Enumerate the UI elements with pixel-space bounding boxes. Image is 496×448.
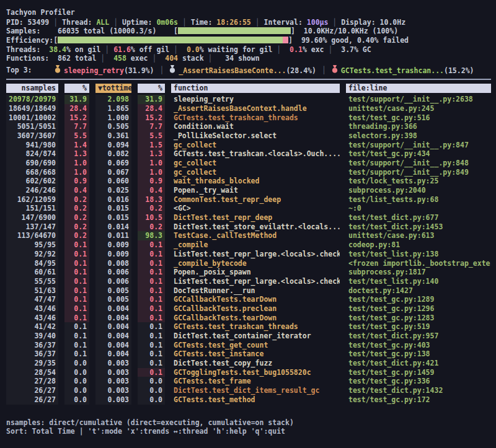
table-row[interactable]: 10001/1000215.21.00015.2GCTests.test_tra…: [6, 113, 491, 123]
cell-direct-pct: 0.2: [64, 213, 89, 222]
status-line: PID: 53499 │ Thread: ALL │ Uptime: 0m06s…: [6, 18, 491, 27]
cell-tottime: 0.004: [95, 332, 131, 341]
cell-cum-pct: 7.7: [138, 122, 165, 131]
cell-tottime: 0.006: [95, 268, 131, 277]
col-header-1-[interactable]: %: [64, 84, 89, 93]
cell-cum-pct: 0.1: [138, 250, 165, 259]
table-row[interactable]: 137/1470.20.0140.2DictTest.test_store_ev…: [6, 222, 491, 232]
table-row[interactable]: 3607/36075.50.3615.5_PollLikeSelector.se…: [6, 131, 491, 141]
table-row[interactable]: 43/460.10.0040.1GCCallbackTests.tearDown…: [6, 314, 491, 323]
table-row[interactable]: 151/1510.20.0150.2<GC>~:0: [6, 204, 491, 213]
text: [212, 54, 225, 63]
top3-item-2-name: _AssertRaisesBaseConte...: [179, 66, 286, 75]
cell-cum-pct: 10.5: [138, 213, 165, 222]
profiler-app: Tachyon Profiler PID: 53499 │ Thread: AL…: [0, 0, 496, 436]
table-row[interactable]: 39/400.10.0040.1DictTest.test_container_…: [6, 332, 491, 341]
cell-file-line: test/test_gc.py:138: [346, 349, 491, 359]
cell-file-line: test/test_gc.py:516: [346, 113, 491, 123]
cell-function: GCTests.test_trashcan.<locals>.Ouch....: [171, 149, 340, 159]
table-row[interactable]: 92/920.10.0090.1ListTest.test_repr_large…: [6, 250, 491, 259]
cell-file-line: test/lock_tests.py:25: [346, 177, 491, 186]
cell-file-line: test/support/__init__.py:849: [346, 168, 491, 177]
table-row[interactable]: 26/270.00.0030.0GCTests.test_methodtest/…: [6, 395, 491, 405]
table-row[interactable]: 47/470.10.0050.1GCCallbackTests.tearDown…: [6, 295, 491, 304]
table-row[interactable]: 824/8741.30.0821.3GCTests.test_trashcan.…: [6, 149, 491, 159]
samples-rate-bar: [178, 27, 291, 34]
table-row[interactable]: 36/370.10.0040.1GCTests.test_instancetes…: [6, 349, 491, 359]
table-row[interactable]: 941/9801.40.0941.5gc_collecttest/support…: [6, 141, 491, 150]
table-row[interactable]: 36/370.10.0040.1GCTests.test_get_countte…: [6, 341, 491, 350]
cell-direct-pct: 28.4: [64, 104, 89, 113]
col-header-2-tottime[interactable]: ▼tottime: [95, 84, 131, 93]
table-row[interactable]: 20978/2097931.92.09831.9sleeping_retryte…: [6, 95, 491, 104]
cell-tottime: 0.004: [95, 322, 131, 332]
cell-tottime: 0.505: [95, 122, 131, 131]
table-row[interactable]: 43/460.10.0040.1GCCallbackTests.preclean…: [6, 304, 491, 314]
col-header-5-fileline[interactable]: file:line: [346, 84, 491, 93]
table-row[interactable]: 668/6681.00.0671.0gc_collecttest/support…: [6, 168, 491, 177]
cell-function: ListTest.test_repr_large.<locals>.check: [171, 250, 340, 259]
table-row[interactable]: 55/550.10.0060.1ListTest.test_repr_large…: [6, 277, 491, 286]
table-row[interactable]: 246/2460.40.0250.4Popen._try_waitsubproc…: [6, 186, 491, 195]
cell-tottime: 0.015: [95, 213, 131, 222]
table-row[interactable]: 28/540.00.0030.1GCTogglingTests.test_bug…: [6, 368, 491, 377]
cell-function: GCTests.test_method: [171, 395, 340, 405]
bar-open-bracket: [: [156, 27, 178, 35]
table-row[interactable]: 690/6901.00.0691.0gc_collecttest/support…: [6, 159, 491, 168]
cell-cum-pct: 0.1: [138, 286, 165, 296]
table-row[interactable]: 60/610.10.0060.1Popen._posix_spawnsubpro…: [6, 268, 491, 277]
table-row[interactable]: 41/420.10.0040.1GCTests.test_trashcan_th…: [6, 322, 491, 332]
cell-function: gc_collect: [171, 141, 340, 150]
table-row[interactable]: 147/69000.20.01510.5DictTest.test_repr_d…: [6, 213, 491, 222]
table-row[interactable]: 602/6020.90.0600.9wait_threads_blockedte…: [6, 177, 491, 186]
table-row[interactable]: 27/280.00.0030.0GCTests.test_frametest/t…: [6, 377, 491, 386]
cell-direct-pct: 0.1: [64, 314, 89, 323]
table-row[interactable]: 162/120590.20.01618.3CommonTest.test_rep…: [6, 195, 491, 204]
functions-line: Functions: 862 total │ 458 exec │ 404 st…: [6, 54, 491, 63]
col-header-4-function[interactable]: function: [171, 84, 340, 93]
cell-file-line: doctest.py:1427: [346, 286, 491, 296]
cell-cum-pct: 0.0: [138, 386, 165, 395]
table-row[interactable]: 51/630.10.0050.1DocTestRunner.__rundocte…: [6, 286, 491, 296]
table-row[interactable]: 5051/50517.70.5057.7Condition.waitthread…: [6, 122, 491, 131]
cell-nsamples: 60/61: [6, 268, 58, 277]
text: % GC: [354, 45, 371, 54]
cell-cum-pct: 0.9: [138, 177, 165, 186]
cell-file-line: test/test_gc.py:1283: [346, 314, 491, 323]
samples-line: Samples: 66035 total (10000.3/s) [] 10.0…: [6, 27, 491, 36]
cell-file-line: subprocess.py:1817: [346, 268, 491, 277]
cell-file-line: unittest/case.py:245: [346, 104, 491, 113]
table-row[interactable]: 29/350.00.0030.1DictTest.test_copy_fuzzt…: [6, 359, 491, 368]
efficiency-bar: [58, 37, 288, 43]
pid-value: PID: 53499: [6, 18, 53, 27]
table-row[interactable]: 18649/1864928.41.86528.4_AssertRaisesBas…: [6, 104, 491, 113]
cell-file-line: test/test_gc.py:434: [346, 149, 491, 159]
cell-cum-pct: 15.2: [138, 113, 165, 123]
table-row[interactable]: 113/646700.20.01198.3TestCase._callTestM…: [6, 231, 491, 240]
cell-function: <GC>: [171, 204, 340, 213]
cell-tottime: 0.009: [95, 250, 131, 259]
thread-label: Thread:: [58, 18, 96, 27]
cell-nsamples: 36/37: [6, 349, 58, 359]
text: stack: [178, 54, 208, 63]
cell-file-line: test/test_gc.py:519: [346, 322, 491, 332]
table-row[interactable]: 26/270.00.0030.0DictTest.test_dict_items…: [6, 386, 491, 395]
cell-file-line: test/list_tests.py:68: [346, 195, 491, 204]
col-header-3-[interactable]: %: [138, 84, 165, 93]
cell-nsamples: 824/874: [6, 149, 58, 159]
cell-nsamples: 43/46: [6, 304, 58, 314]
samples-total: 66035 total (10000.3/s): [58, 27, 156, 35]
cell-tottime: 0.069: [95, 159, 131, 168]
cell-nsamples: 28/54: [6, 368, 58, 377]
table-row[interactable]: 95/950.10.0090.1_compilecodeop.py:81: [6, 240, 491, 250]
text: [105, 54, 113, 63]
col-header-0-nsamples[interactable]: nsamples: [6, 84, 58, 93]
cell-cum-pct: 0.1: [138, 341, 165, 350]
table-row[interactable]: 84/950.10.0080.1_compile_bytecode<frozen…: [6, 259, 491, 268]
cell-direct-pct: 1.0: [64, 168, 89, 177]
cell-direct-pct: 0.1: [64, 304, 89, 314]
cell-function: GCTests.test_instance: [171, 349, 340, 359]
cell-file-line: test/support/__init__.py:847: [346, 141, 491, 150]
cell-tottime: 0.004: [95, 349, 131, 359]
cell-tottime: 1.000: [95, 113, 131, 123]
